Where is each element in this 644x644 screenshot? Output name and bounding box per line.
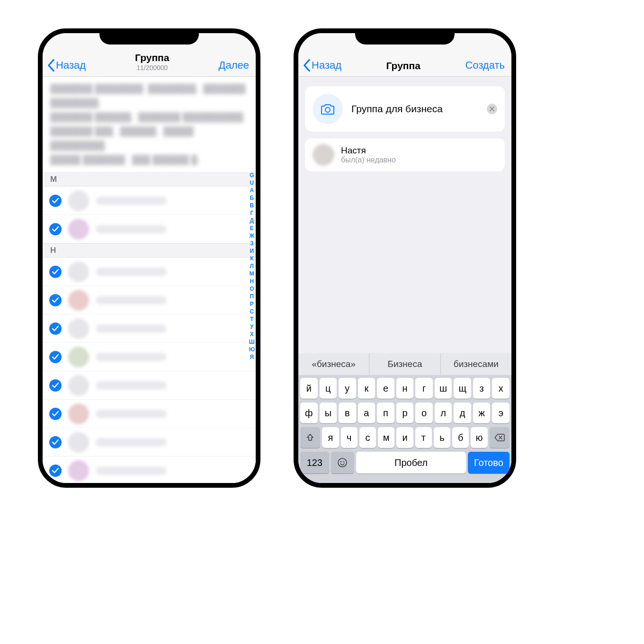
index-letter[interactable]: М — [250, 270, 254, 277]
keyboard-key[interactable]: ж — [473, 402, 491, 423]
contact-name-blurred — [96, 225, 167, 233]
svg-point-2 — [340, 461, 341, 462]
contact-row[interactable] — [43, 428, 256, 456]
index-letter[interactable]: Х — [250, 331, 254, 338]
keyboard-key[interactable]: с — [359, 427, 376, 448]
keyboard-key[interactable]: у — [339, 378, 356, 399]
next-button[interactable]: Далее — [219, 59, 249, 72]
group-name-input[interactable] — [351, 103, 482, 115]
checkmark-icon[interactable] — [49, 322, 62, 335]
keyboard-shift-key[interactable] — [300, 427, 320, 448]
keyboard-key[interactable]: о — [415, 402, 433, 423]
keyboard-key[interactable]: ь — [434, 427, 450, 448]
index-letter[interactable]: U — [250, 179, 254, 187]
alpha-index[interactable]: GUAБВГДЕЖЗИКЛМНОПРСТУХШЮЯ — [249, 171, 255, 361]
index-letter[interactable]: Ш — [249, 338, 255, 346]
checkmark-icon[interactable] — [49, 266, 62, 278]
keyboard-delete-key[interactable] — [490, 427, 510, 448]
index-letter[interactable]: В — [250, 202, 254, 209]
checkmark-icon[interactable] — [49, 379, 62, 392]
keyboard-key[interactable]: ч — [341, 427, 358, 448]
keyboard-key[interactable]: з — [473, 378, 491, 399]
contact-row[interactable] — [43, 456, 256, 483]
index-letter[interactable]: К — [250, 255, 253, 262]
checkmark-icon[interactable] — [49, 195, 62, 207]
keyboard-key[interactable]: ш — [435, 378, 452, 399]
keyboard-key[interactable]: ф — [300, 402, 318, 423]
keyboard-key[interactable]: п — [377, 402, 394, 423]
contact-row[interactable] — [43, 400, 256, 428]
keyboard-done-key[interactable]: Готово — [468, 452, 510, 474]
index-letter[interactable]: A — [250, 187, 254, 194]
contact-row[interactable] — [43, 371, 256, 400]
keyboard-key[interactable]: я — [322, 427, 339, 448]
keyboard-key[interactable]: щ — [454, 378, 471, 399]
index-letter[interactable]: Ю — [249, 346, 255, 353]
keyboard-key[interactable]: в — [339, 402, 356, 423]
keyboard-key[interactable]: ю — [471, 427, 487, 448]
back-button[interactable]: Назад — [303, 59, 341, 72]
keyboard-key[interactable]: а — [358, 402, 376, 423]
checkmark-icon[interactable] — [49, 351, 62, 363]
checkmark-icon[interactable] — [49, 294, 62, 306]
keyboard-key[interactable]: л — [435, 402, 452, 423]
avatar — [68, 432, 89, 453]
keyboard-mode-key[interactable]: 123 — [300, 452, 329, 474]
keyboard-key[interactable]: е — [377, 378, 394, 399]
index-letter[interactable]: З — [250, 240, 254, 247]
keyboard-key[interactable]: к — [358, 378, 376, 399]
clear-input-button[interactable] — [487, 104, 497, 114]
index-letter[interactable]: Р — [250, 300, 254, 308]
index-letter[interactable]: С — [250, 308, 254, 315]
svg-point-0 — [325, 107, 330, 112]
contact-row[interactable] — [43, 314, 256, 343]
keyboard-key[interactable]: х — [492, 378, 510, 399]
keyboard-key[interactable]: г — [415, 378, 433, 399]
index-letter[interactable]: И — [250, 247, 254, 255]
keyboard-key[interactable]: д — [454, 402, 471, 423]
back-button[interactable]: Назад — [47, 59, 86, 72]
create-button[interactable]: Создать — [465, 59, 505, 72]
index-letter[interactable]: Г — [250, 209, 253, 217]
keyboard-key[interactable]: н — [396, 378, 414, 399]
index-letter[interactable]: Л — [250, 262, 254, 270]
contact-list[interactable]: ███████ ████████ ████████, ███████ █████… — [43, 77, 256, 483]
index-letter[interactable]: Т — [250, 315, 253, 323]
checkmark-icon[interactable] — [49, 436, 62, 448]
index-letter[interactable]: G — [250, 171, 254, 179]
keyboard-key[interactable]: ц — [320, 378, 337, 399]
keyboard-key[interactable]: м — [378, 427, 394, 448]
suggestion[interactable]: бизнесами — [440, 353, 511, 375]
keyboard-key[interactable]: р — [396, 402, 414, 423]
checkmark-icon[interactable] — [49, 408, 62, 420]
index-letter[interactable]: Ж — [249, 232, 254, 240]
contact-row[interactable] — [43, 343, 256, 371]
checkmark-icon[interactable] — [49, 223, 62, 235]
keyboard-key[interactable]: б — [452, 427, 469, 448]
suggestion[interactable]: «бизнеса» — [298, 353, 369, 375]
keyboard-emoji-key[interactable] — [331, 452, 355, 474]
contact-row[interactable] — [43, 286, 256, 314]
keyboard-key[interactable]: и — [396, 427, 413, 448]
contact-row[interactable] — [43, 215, 256, 243]
index-letter[interactable]: У — [250, 323, 253, 331]
keyboard-key[interactable]: й — [300, 378, 318, 399]
index-letter[interactable]: Б — [250, 194, 254, 202]
index-letter[interactable]: О — [250, 285, 254, 293]
suggestion[interactable]: Бизнеса — [369, 353, 440, 375]
avatar — [68, 318, 89, 339]
index-letter[interactable]: Н — [250, 277, 254, 285]
index-letter[interactable]: Я — [250, 353, 254, 361]
index-letter[interactable]: Е — [250, 224, 254, 232]
index-letter[interactable]: П — [250, 293, 254, 300]
member-row[interactable]: Настя был(а) недавно — [305, 138, 505, 171]
contact-row[interactable] — [43, 187, 256, 215]
keyboard-space-key[interactable]: Пробел — [356, 452, 466, 474]
checkmark-icon[interactable] — [49, 465, 62, 477]
keyboard-key[interactable]: э — [492, 402, 510, 423]
index-letter[interactable]: Д — [250, 217, 254, 224]
keyboard-key[interactable]: т — [415, 427, 432, 448]
set-photo-button[interactable] — [313, 94, 343, 124]
contact-row[interactable] — [43, 258, 256, 286]
keyboard-key[interactable]: ы — [320, 402, 337, 423]
